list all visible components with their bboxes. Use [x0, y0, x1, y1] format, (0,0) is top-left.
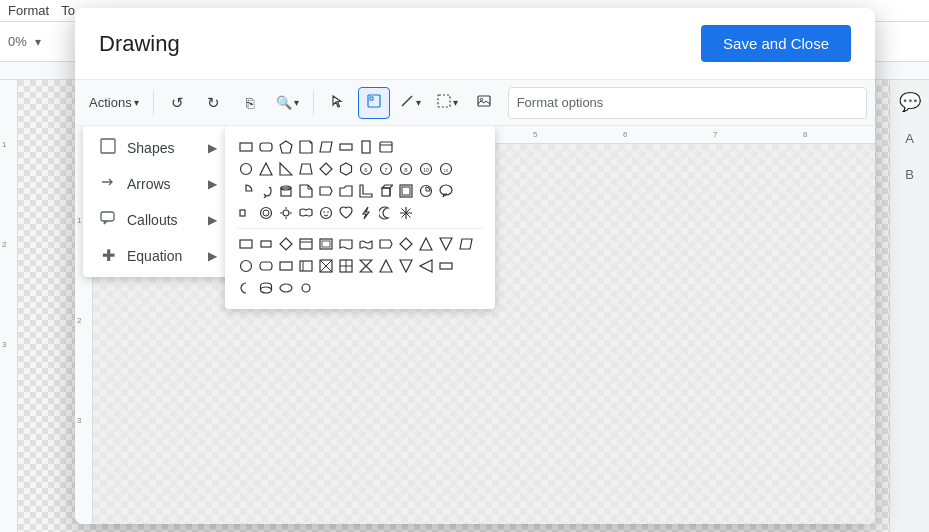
shape-rectangle[interactable] [237, 138, 255, 156]
zoom-level[interactable]: 0% [8, 34, 27, 49]
select-box-button[interactable]: ▾ [431, 87, 464, 119]
shape-right-triangle[interactable] [277, 160, 295, 178]
shape-half-frame[interactable] [357, 182, 375, 200]
shape-circle-10b[interactable]: 10 [437, 160, 455, 178]
shape-flow-hourglass[interactable] [357, 257, 375, 275]
image-tool-button[interactable] [468, 87, 500, 119]
shape-folded[interactable] [297, 138, 315, 156]
shape-flow-ellipse[interactable] [277, 279, 295, 297]
shape-flow-parallelogram[interactable] [457, 235, 475, 253]
equation-menu-item[interactable]: ✚ Equation ▶ [83, 238, 233, 273]
shape-hexagon[interactable] [337, 160, 355, 178]
shapes-tool-button[interactable] [358, 87, 390, 119]
shape-parallelogram[interactable] [317, 138, 335, 156]
shape-rounded-rect[interactable] [257, 138, 275, 156]
shape-heart[interactable] [337, 204, 355, 222]
shape-flow-tri-up[interactable] [377, 257, 395, 275]
shape-flow-rtriangle[interactable] [417, 235, 435, 253]
h-ruler-7: 7 [713, 130, 717, 139]
shape-tall-rect[interactable] [357, 138, 375, 156]
arrows-menu-item[interactable]: Arrows ▶ [83, 166, 233, 202]
shape-flow-ring[interactable] [257, 279, 275, 297]
shape-flow-plus[interactable] [337, 257, 355, 275]
shape-ribbon[interactable] [297, 204, 315, 222]
zoom-button[interactable]: 🔍 ▾ [270, 87, 305, 119]
shape-pie-slice[interactable] [237, 182, 255, 200]
shape-flow-tape[interactable] [337, 235, 355, 253]
shape-circle[interactable] [237, 160, 255, 178]
shape-circle-arrow[interactable] [417, 182, 435, 200]
shape-flow-small-circle[interactable] [297, 279, 315, 297]
shape-flow-crescent[interactable] [237, 279, 255, 297]
actions-button[interactable]: Actions ▾ [83, 87, 145, 119]
shape-moon[interactable] [377, 204, 395, 222]
dialog-title: Drawing [99, 31, 180, 57]
redo-button[interactable]: ↻ [198, 87, 230, 119]
toolbar-separator-2 [313, 91, 314, 115]
shape-circle-8[interactable]: 8 [397, 160, 415, 178]
shape-flow-tri-down[interactable] [397, 257, 415, 275]
shape-lightning[interactable] [357, 204, 375, 222]
shape-smiley[interactable] [317, 204, 335, 222]
shape-flow-arrow-rect[interactable] [377, 235, 395, 253]
shape-flow-rect[interactable] [237, 235, 255, 253]
ruler-v-2: 2 [2, 240, 6, 249]
shape-flow-wave[interactable] [357, 235, 375, 253]
shape-doc[interactable] [297, 182, 315, 200]
shape-step[interactable] [317, 182, 335, 200]
save-close-button[interactable]: Save and Close [701, 25, 851, 62]
shape-ring[interactable] [257, 204, 275, 222]
menu-format[interactable]: Format [8, 3, 49, 18]
shape-circle-10a[interactable]: 10 [417, 160, 435, 178]
shape-pentagon[interactable] [277, 138, 295, 156]
shape-flow-rect2[interactable] [297, 235, 315, 253]
shape-frame[interactable] [397, 182, 415, 200]
shape-sun[interactable] [277, 204, 295, 222]
line-tool-button[interactable]: ▾ [394, 87, 427, 119]
menu-to[interactable]: To [61, 3, 75, 18]
shape-cube[interactable] [377, 182, 395, 200]
shape-flow-doubled[interactable] [317, 235, 335, 253]
side-panel: 💬 A B [889, 80, 929, 532]
shape-flow-rect3[interactable] [277, 257, 295, 275]
shape-flow-crossed[interactable] [317, 257, 335, 275]
shape-flow-smlrect[interactable] [257, 235, 275, 253]
shape-triangle[interactable] [257, 160, 275, 178]
shape-flow-inv-triangle[interactable] [437, 235, 455, 253]
shape-tab[interactable] [337, 182, 355, 200]
comment-icon[interactable]: 💬 [896, 88, 924, 116]
shape-flow-tri-left[interactable] [417, 257, 435, 275]
shape-flow-diamond[interactable] [277, 235, 295, 253]
svg-text:10: 10 [423, 167, 429, 173]
shape-flow-rect4[interactable] [297, 257, 315, 275]
shape-diamond[interactable] [317, 160, 335, 178]
shape-circle-6[interactable]: 6 [357, 160, 375, 178]
shape-small-rect[interactable] [237, 204, 255, 222]
svg-marker-13 [320, 142, 332, 152]
shape-curved-arrow[interactable] [257, 182, 275, 200]
svg-point-18 [241, 164, 252, 175]
undo-button[interactable]: ↺ [162, 87, 194, 119]
shape-flow-circle[interactable] [237, 257, 255, 275]
copy-format-button[interactable]: ⎘ [234, 87, 266, 119]
shape-flow-wide-rect[interactable] [437, 257, 455, 275]
zoom-chevron[interactable]: ▾ [35, 35, 41, 49]
shapes-menu-item[interactable]: Shapes ▶ [83, 130, 233, 166]
shape-flow-stadium[interactable] [257, 257, 275, 275]
shape-brace-rect[interactable] [377, 138, 395, 156]
svg-point-90 [261, 287, 272, 293]
svg-rect-89 [440, 263, 452, 269]
shape-cylinder[interactable] [277, 182, 295, 200]
side-icon-b[interactable]: B [896, 160, 924, 188]
shape-snowflake[interactable] [397, 204, 415, 222]
shape-wide-rect[interactable] [337, 138, 355, 156]
image-icon [477, 94, 491, 111]
side-icon-a[interactable]: A [896, 124, 924, 152]
select-tool-button[interactable] [322, 87, 354, 119]
callouts-menu-item[interactable]: Callouts ▶ [83, 202, 233, 238]
shape-trapezoid[interactable] [297, 160, 315, 178]
shape-circle-7[interactable]: 7 [377, 160, 395, 178]
shape-speech[interactable] [437, 182, 455, 200]
shapes-menu-icon [99, 138, 117, 158]
shape-flow-diamond2[interactable] [397, 235, 415, 253]
